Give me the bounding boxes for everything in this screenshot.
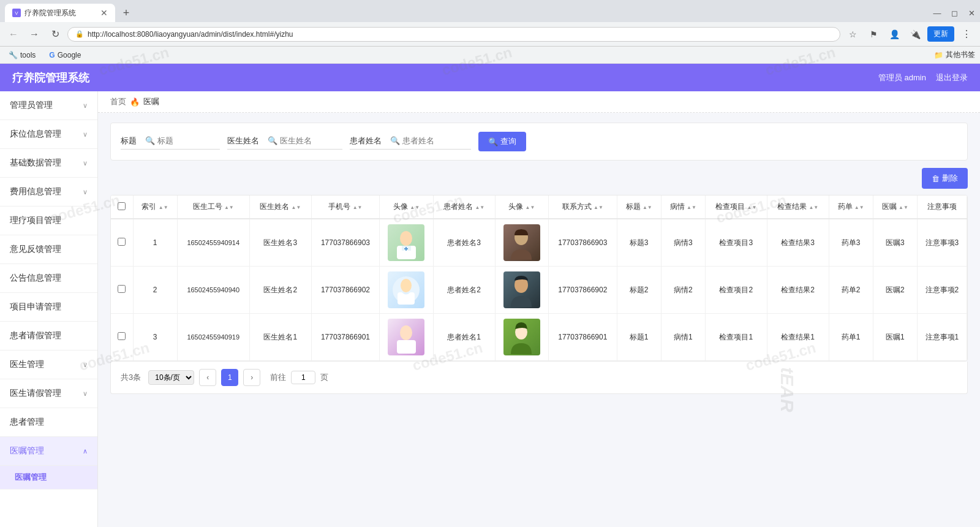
row1-doctor-phone: 177037866903 bbox=[311, 219, 380, 267]
tab-close-icon[interactable]: ✕ bbox=[100, 8, 108, 18]
app-title: 疗养院管理系统 bbox=[12, 70, 89, 85]
update-button[interactable]: 更新 bbox=[927, 26, 954, 42]
row2-checkbox-cell[interactable] bbox=[111, 267, 133, 314]
row3-checkbox-cell[interactable] bbox=[111, 314, 133, 361]
refresh-button[interactable]: ↻ bbox=[47, 26, 64, 43]
header-right: 管理员 admin 退出登录 bbox=[878, 72, 968, 83]
sidebar-item-fee[interactable]: 费用信息管理 ∨ bbox=[0, 178, 97, 207]
svg-point-10 bbox=[400, 325, 412, 340]
logout-button[interactable]: 退出登录 bbox=[936, 72, 968, 83]
browser-account-icon[interactable]: 👤 bbox=[886, 26, 903, 43]
tab-favicon: V bbox=[12, 9, 21, 17]
col-doctor-name[interactable]: 医生姓名 ▲▼ bbox=[249, 195, 311, 219]
sidebar-subitem-yizhu[interactable]: 医嘱管理 bbox=[0, 466, 97, 490]
app-wrapper: 疗养院管理系统 管理员 admin 退出登录 管理员管理 ∨ 床位信息管理 ∨ … bbox=[0, 64, 980, 527]
search-button[interactable]: 🔍 查询 bbox=[478, 132, 526, 151]
col-contact[interactable]: 联系方式 ▲▼ bbox=[549, 195, 617, 219]
sidebar-bed-label: 床位信息管理 bbox=[10, 129, 61, 140]
pagination-total: 共3条 bbox=[121, 372, 141, 383]
browser-chrome: V 疗养院管理系统 ✕ + — ◻ ✕ ← → ↻ 🔒 http://local… bbox=[0, 0, 980, 64]
row2-contact: 177037866902 bbox=[549, 267, 617, 314]
col-prescription[interactable]: 药单 ▲▼ bbox=[829, 195, 873, 219]
sidebar-basic-label: 基础数据管理 bbox=[10, 157, 61, 169]
sidebar-item-notice[interactable]: 公告信息管理 bbox=[0, 264, 97, 293]
sidebar-item-doctor[interactable]: 医生管理 ∨ bbox=[0, 351, 97, 379]
col-phone[interactable]: 手机号 ▲▼ bbox=[311, 195, 380, 219]
other-bookmarks[interactable]: 📁 其他书签 bbox=[934, 50, 975, 60]
patient-svg-2 bbox=[505, 273, 538, 307]
restore-icon[interactable]: ◻ bbox=[946, 4, 963, 21]
delete-button[interactable]: 🗑 删除 bbox=[922, 168, 968, 189]
col-doctor-id[interactable]: 医生工号 ▲▼ bbox=[177, 195, 249, 219]
patient-search-field: 患者姓名 bbox=[350, 134, 471, 150]
row1-checkbox-cell[interactable] bbox=[111, 219, 133, 267]
sidebar-item-doctor-leave[interactable]: 医生请假管理 ∨ bbox=[0, 379, 97, 408]
select-all-checkbox[interactable] bbox=[118, 202, 126, 210]
google-icon: G bbox=[49, 51, 55, 59]
sidebar-item-patient[interactable]: 患者管理 bbox=[0, 408, 97, 437]
row2-prescription: 药单2 bbox=[829, 267, 873, 314]
title-search-label: 标题 bbox=[121, 135, 137, 146]
col-notes[interactable]: 注意事项 bbox=[917, 195, 967, 219]
row2-doctor-avatar bbox=[380, 267, 433, 314]
col-patient-avatar[interactable]: 头像 ▲▼ bbox=[495, 195, 548, 219]
forward-button[interactable]: → bbox=[26, 26, 43, 43]
row3-index: 3 bbox=[133, 314, 177, 361]
row3-checkbox[interactable] bbox=[118, 332, 126, 340]
prev-page-button[interactable]: ‹ bbox=[199, 369, 216, 386]
row1-checkbox[interactable] bbox=[118, 238, 126, 246]
col-title[interactable]: 标题 ▲▼ bbox=[617, 195, 661, 219]
col-patient-name[interactable]: 患者姓名 ▲▼ bbox=[433, 195, 495, 219]
bookmark-tools[interactable]: 🔧 tools bbox=[5, 50, 39, 61]
fee-arrow-icon: ∨ bbox=[83, 188, 88, 196]
sidebar-item-feedback[interactable]: 意见反馈管理 bbox=[0, 235, 97, 264]
page-input[interactable] bbox=[291, 371, 315, 384]
search-bar: 标题 医生姓名 患者姓名 🔍 查询 bbox=[110, 123, 968, 161]
doctor-search-field: 医生姓名 bbox=[227, 134, 342, 150]
new-tab-button[interactable]: + bbox=[118, 4, 135, 21]
page-size-select[interactable]: 10条/页 20条/页 50条/页 bbox=[148, 370, 194, 385]
col-illness[interactable]: 病情 ▲▼ bbox=[661, 195, 705, 219]
col-check-result[interactable]: 检查结果 ▲▼ bbox=[767, 195, 829, 219]
col-doctor-avatar[interactable]: 头像 ▲▼ bbox=[380, 195, 433, 219]
next-page-button[interactable]: › bbox=[243, 369, 260, 386]
row2-patient-avatar bbox=[495, 267, 548, 314]
row2-notes: 注意事项2 bbox=[917, 267, 967, 314]
sidebar-subitem-yizhu-label: 医嘱管理 bbox=[15, 472, 47, 482]
admin-label: 管理员 admin bbox=[878, 72, 926, 83]
close-window-icon[interactable]: ✕ bbox=[963, 4, 980, 21]
sidebar-item-yizhu[interactable]: 医嘱管理 ∧ bbox=[0, 437, 97, 466]
bookmark-google[interactable]: G Google bbox=[45, 50, 85, 61]
doctor-search-input[interactable] bbox=[263, 134, 342, 148]
browser-extension-icon[interactable]: 🔌 bbox=[907, 26, 924, 43]
minimize-icon[interactable]: — bbox=[929, 4, 946, 21]
col-advice[interactable]: 医嘱 ▲▼ bbox=[873, 195, 917, 219]
address-bar[interactable]: 🔒 http://localhost:8080/liaoyangyuan/adm… bbox=[67, 27, 840, 42]
patient-search-input[interactable] bbox=[385, 134, 471, 148]
table-row: 3 16502455940919 医生姓名1 177037866901 bbox=[111, 314, 967, 361]
row1-doctor-id: 16502455940914 bbox=[177, 219, 249, 267]
sidebar-item-admin[interactable]: 管理员管理 ∨ bbox=[0, 91, 97, 120]
breadcrumb-home[interactable]: 首页 bbox=[110, 96, 126, 107]
sidebar-item-patient-leave[interactable]: 患者请假管理 bbox=[0, 322, 97, 351]
svg-rect-11 bbox=[397, 340, 416, 354]
svg-point-0 bbox=[400, 231, 412, 246]
breadcrumb: 首页 🔥 医嘱 bbox=[98, 91, 980, 113]
active-tab[interactable]: V 疗养院管理系统 ✕ bbox=[5, 4, 115, 22]
col-check-item[interactable]: 检查项目 ▲▼ bbox=[705, 195, 767, 219]
browser-menu-icon[interactable]: ⋮ bbox=[958, 26, 975, 43]
back-button[interactable]: ← bbox=[5, 26, 22, 43]
row3-check-result: 检查结果1 bbox=[767, 314, 829, 361]
sidebar-item-project[interactable]: 项目申请管理 bbox=[0, 293, 97, 322]
page-1-button[interactable]: 1 bbox=[221, 369, 238, 386]
search-btn-label: 查询 bbox=[500, 136, 516, 147]
sidebar-item-bed[interactable]: 床位信息管理 ∨ bbox=[0, 120, 97, 149]
search-btn-icon: 🔍 bbox=[488, 137, 498, 146]
browser-bookmark-icon[interactable]: ⚑ bbox=[865, 26, 882, 43]
folder-icon: 📁 bbox=[934, 51, 943, 59]
title-search-input[interactable] bbox=[140, 134, 220, 148]
browser-star-icon[interactable]: ☆ bbox=[844, 26, 861, 43]
sidebar-item-basic[interactable]: 基础数据管理 ∨ bbox=[0, 149, 97, 178]
row2-checkbox[interactable] bbox=[118, 285, 126, 293]
sidebar-item-therapy[interactable]: 理疗项目管理 bbox=[0, 207, 97, 235]
